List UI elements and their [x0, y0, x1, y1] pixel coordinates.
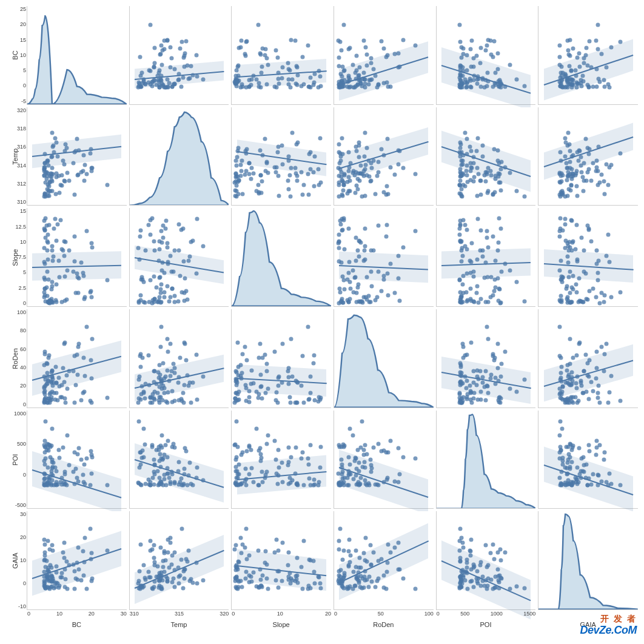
scatter-BC-vs-GAIA — [538, 6, 638, 105]
scatter-Temp-vs-Slope — [231, 107, 331, 206]
scatter-RoDen-vs-POI — [436, 309, 536, 408]
y-ticks-Slope: 1512.5107.552.50 — [9, 208, 26, 306]
scatter-Temp-vs-GAIA — [538, 107, 638, 206]
x-ticks-BC: 0102030 — [27, 611, 127, 618]
scatter-POI-vs-GAIA — [538, 411, 638, 509]
x-ticks-Slope: 01020 — [232, 611, 331, 618]
scatter-GAIA-vs-BC: 3020100-100102030 — [27, 511, 127, 610]
y-ticks-BC: 2520151050-5 — [9, 6, 26, 104]
kde-Temp — [129, 107, 229, 206]
scatter-POI-vs-Temp — [129, 411, 229, 509]
scatter-Slope-vs-GAIA — [538, 208, 638, 307]
scatter-RoDen-vs-Slope — [231, 309, 331, 408]
kde-POI — [436, 411, 536, 509]
scatter-GAIA-vs-Slope: 01020 — [231, 511, 331, 610]
y-ticks-RoDen: 100806040200 — [9, 309, 26, 408]
scatter-RoDen-vs-Temp — [129, 309, 229, 408]
x-ticks-Temp: 310315320 — [130, 611, 229, 618]
scatter-POI-vs-Slope — [231, 411, 331, 509]
scatter-Slope-vs-Temp — [129, 208, 229, 307]
scatter-GAIA-vs-RoDen: 050100 — [334, 511, 434, 610]
scatter-BC-vs-Slope — [231, 6, 331, 105]
kde-Slope — [231, 208, 331, 307]
kde-RoDen — [334, 309, 434, 408]
scatter-GAIA-vs-Temp: 310315320 — [129, 511, 229, 610]
watermark-en: DevZe.CoM — [580, 624, 637, 637]
scatter-Slope-vs-POI — [436, 208, 536, 307]
y-ticks-Temp: 320318316314312310 — [9, 107, 26, 206]
scatter-Temp-vs-RoDen — [334, 107, 434, 206]
kde-GAIA — [538, 511, 638, 610]
x-ticks-POI: 050010001500 — [437, 611, 536, 618]
scatter-RoDen-vs-GAIA — [538, 309, 638, 408]
scatter-Slope-vs-BC: 1512.5107.552.50 — [27, 208, 127, 307]
y-ticks-POI: 10005000-500 — [9, 411, 26, 509]
scatter-POI-vs-RoDen — [334, 411, 434, 509]
scatter-Temp-vs-POI — [436, 107, 536, 206]
scatter-POI-vs-BC: 10005000-500 — [27, 411, 127, 509]
watermark-cn: 开 发 者 — [600, 614, 637, 625]
scatter-BC-vs-Temp — [129, 6, 229, 105]
scatter-Slope-vs-RoDen — [334, 208, 434, 307]
scatter-Temp-vs-BC: 320318316314312310 — [27, 107, 127, 206]
scatter-RoDen-vs-BC: 100806040200 — [27, 309, 127, 408]
scatter-BC-vs-RoDen — [334, 6, 434, 105]
kde-BC: 2520151050-5 — [27, 6, 127, 105]
y-ticks-GAIA: 3020100-10 — [9, 511, 26, 609]
scatter-BC-vs-POI — [436, 6, 536, 105]
x-ticks-RoDen: 050100 — [334, 611, 434, 618]
scatter-GAIA-vs-POI: 050010001500 — [436, 511, 536, 610]
